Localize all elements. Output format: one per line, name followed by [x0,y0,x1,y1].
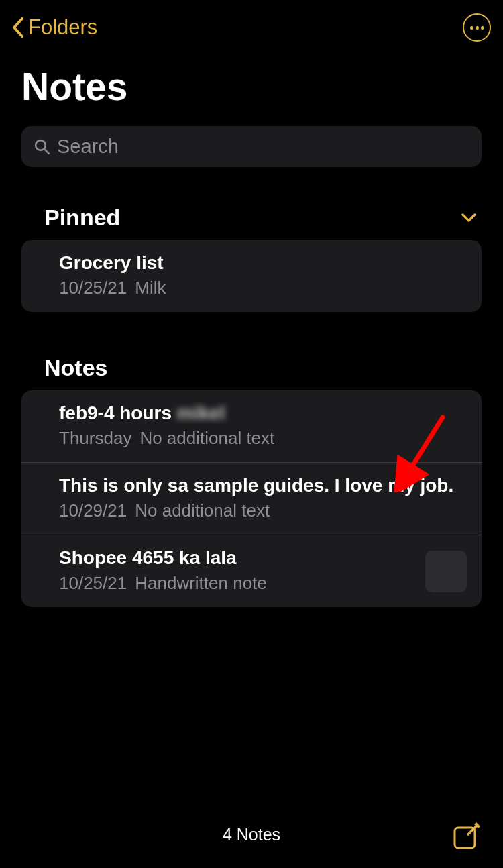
chevron-left-icon [12,17,24,38]
note-row[interactable]: This is only sa sample guides. I love my… [21,462,482,535]
search-input[interactable] [57,135,469,158]
more-dot-icon [470,26,473,30]
note-row[interactable]: Grocery list 10/25/21Milk [21,240,482,312]
note-date: Thursday [59,428,131,448]
section-title-notes: Notes [44,355,107,381]
bottom-bar: 4 Notes [0,801,503,868]
note-row[interactable]: feb9-4 hours mikel ThursdayNo additional… [21,390,482,462]
more-dot-icon [476,26,479,30]
page-title: Notes [0,48,503,117]
note-preview: No additional text [139,428,274,448]
note-subtitle: 10/29/21No additional text [59,500,463,521]
blurred-text: mikel [177,402,225,423]
note-count: 4 Notes [223,825,280,845]
note-title: Shopee 4655 ka lala [59,547,463,569]
note-thumbnail [425,551,467,592]
section-header-notes: Notes [0,312,503,390]
compose-button[interactable] [452,822,480,851]
note-subtitle: 10/25/21Handwritten note [59,573,463,594]
svg-line-5 [468,825,478,834]
chevron-down-icon [461,213,476,223]
note-title: This is only sa sample guides. I love my… [59,475,463,496]
back-label: Folders [28,15,97,40]
note-row[interactable]: Shopee 4655 ka lala 10/25/21Handwritten … [21,535,482,607]
search-bar[interactable] [21,126,482,167]
note-preview: No additional text [135,500,270,521]
section-title-pinned: Pinned [44,205,120,231]
more-dot-icon [481,26,484,30]
note-title: feb9-4 hours mikel [59,402,463,424]
svg-line-1 [44,149,49,154]
note-preview: Milk [135,278,166,298]
note-date: 10/29/21 [59,500,127,521]
note-preview: Handwritten note [135,573,267,593]
section-header-pinned[interactable]: Pinned [0,167,503,240]
search-icon [34,138,50,155]
notes-list: feb9-4 hours mikel ThursdayNo additional… [21,390,482,607]
note-date: 10/25/21 [59,573,127,593]
nav-bar: Folders [0,0,503,48]
back-button[interactable]: Folders [12,15,97,40]
pinned-list: Grocery list 10/25/21Milk [21,240,482,312]
note-subtitle: 10/25/21Milk [59,278,463,299]
note-subtitle: ThursdayNo additional text [59,428,463,449]
more-button[interactable] [463,13,491,42]
note-date: 10/25/21 [59,278,127,298]
note-title: Grocery list [59,252,463,274]
